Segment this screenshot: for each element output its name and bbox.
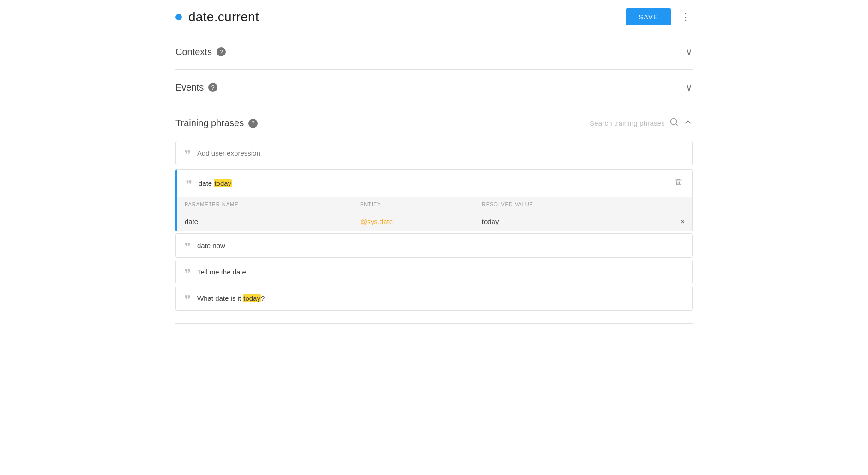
param-col-value: RESOLVED VALUE [475,197,644,212]
active-phrase-container: date today [175,169,693,231]
phrase-row-3[interactable]: What date is it today? [176,286,692,310]
active-phrase-row: date today [177,170,692,197]
training-phrases-section: Training phrases ? Search training phras… [175,105,693,324]
save-button[interactable]: SAVE [626,8,671,25]
search-icon[interactable] [669,117,679,129]
phrase-container-2: Tell me the date [175,260,693,284]
param-name[interactable]: date [177,212,353,231]
add-expression-input[interactable] [197,149,685,157]
header-right: SAVE ⋮ [626,8,693,25]
delete-phrase-icon[interactable] [673,176,685,190]
phrase-text-before: date [199,179,214,187]
events-section: Events ? ∨ [175,70,693,105]
entity-value: @sys.date [360,218,393,225]
search-placeholder-text: Search training phrases [590,119,665,127]
phrase-quote-icon [185,178,193,189]
parameter-row: date @sys.date today × [177,212,692,231]
page-header: date.current SAVE ⋮ [175,0,693,34]
param-entity[interactable]: @sys.date [353,212,475,231]
quote-icon [183,148,192,158]
param-col-action [644,197,692,212]
contexts-chevron-icon[interactable]: ∨ [686,46,693,57]
param-col-name: PARAMETER NAME [177,197,353,212]
active-phrase-text[interactable]: date today [199,179,667,187]
phrase-quote-icon-3 [183,293,192,304]
param-resolved[interactable]: today [475,212,644,231]
param-col-entity: ENTITY [353,197,475,212]
add-expression-row [175,141,693,165]
training-header-left: Training phrases ? [175,118,258,128]
phrase-quote-icon-2 [183,267,192,277]
phrase-row-2[interactable]: Tell me the date [176,260,692,284]
phrase-text-before-3: What date is it [197,294,243,302]
contexts-header-left: Contexts ? [175,47,226,57]
events-header-left: Events ? [175,82,217,93]
events-help-icon[interactable]: ? [208,83,217,92]
phrase-highlight: today [214,179,232,187]
contexts-help-icon[interactable]: ? [217,47,226,56]
phrase-quote-icon-1 [183,240,192,251]
collapse-icon[interactable] [683,117,693,129]
status-dot [175,14,182,20]
training-phrases-help-icon[interactable]: ? [248,119,258,128]
parameter-table: PARAMETER NAME ENTITY RESOLVED VALUE dat… [177,197,692,231]
contexts-title: Contexts [175,47,212,57]
phrase-container-3: What date is it today? [175,286,693,311]
page-title: date.current [188,10,259,24]
phrase-text-3: What date is it today? [197,294,685,302]
more-menu-icon[interactable]: ⋮ [679,9,693,25]
training-phrases-title: Training phrases [175,118,244,128]
phrase-text-after-3: ? [261,294,265,302]
contexts-section-header[interactable]: Contexts ? ∨ [175,34,693,69]
events-chevron-icon[interactable]: ∨ [686,82,693,93]
phrase-row-1[interactable]: date now [176,234,692,257]
param-remove-button[interactable]: × [644,212,692,231]
svg-line-1 [676,124,678,126]
events-title: Events [175,82,204,93]
phrase-text-2: Tell me the date [197,268,685,276]
events-section-header[interactable]: Events ? ∨ [175,70,693,105]
contexts-section: Contexts ? ∨ [175,34,693,70]
phrase-highlight-3: today [243,294,261,302]
training-content: date today [175,141,693,323]
header-left: date.current [175,10,259,24]
training-header-right: Search training phrases [590,117,693,129]
training-phrases-header: Training phrases ? Search training phras… [175,105,693,141]
phrase-container-1: date now [175,233,693,258]
phrase-text-1: date now [197,242,685,250]
